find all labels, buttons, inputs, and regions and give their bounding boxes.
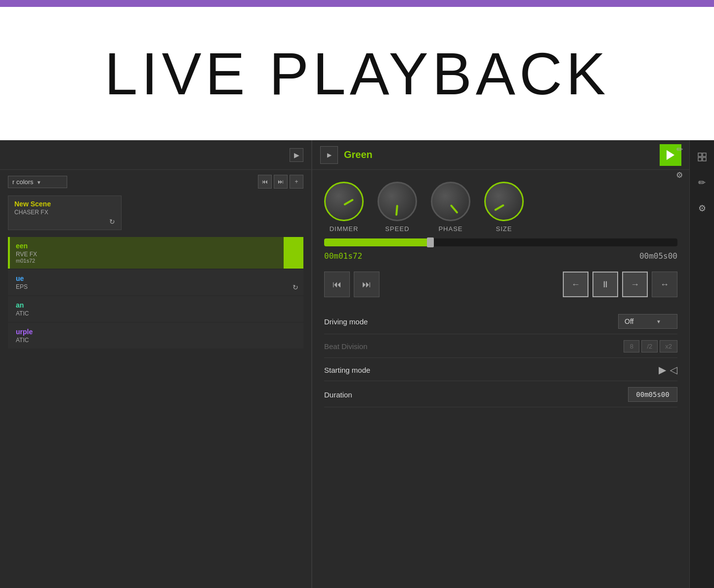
expand-panel-button[interactable]: ▶ xyxy=(290,148,303,162)
item-sub: RVE FX xyxy=(16,251,297,258)
duration-row: Duration 00m05s00 xyxy=(324,382,677,407)
phase-label: PHASE xyxy=(438,225,462,233)
back-icon: ← xyxy=(571,279,580,290)
item-refresh-icon: ↻ xyxy=(293,283,298,291)
start-icon-1[interactable]: ▶ xyxy=(659,364,666,376)
current-time: 00m01s72 xyxy=(324,251,362,261)
forward-icon: → xyxy=(630,279,639,290)
svg-rect-2 xyxy=(698,157,702,161)
edit-icon[interactable]: ✏ xyxy=(671,140,688,158)
speed-knob[interactable] xyxy=(378,182,417,221)
expand-icon: ▶ xyxy=(294,151,299,159)
knobs-row: DIMMER SPEED PHASE SIZE xyxy=(312,170,689,238)
svg-rect-0 xyxy=(698,153,702,157)
panel-expand-button[interactable]: ▶ xyxy=(320,146,338,164)
beat-division-label: Beat Division xyxy=(324,342,624,351)
list-item[interactable]: an ATIC xyxy=(8,296,303,322)
phase-knob[interactable] xyxy=(431,182,470,221)
scene-refresh-area: ↻ xyxy=(14,218,115,226)
total-time: 00m05s00 xyxy=(639,251,677,261)
skip-forward-icon: ⏭ xyxy=(362,279,371,290)
start-icon-2[interactable]: ▷ xyxy=(670,364,677,376)
scene-type: CHASER FX xyxy=(14,209,115,216)
playlist-header: r colors ⏮ ⏭ + xyxy=(8,175,303,189)
back-button[interactable]: ← xyxy=(563,272,588,297)
duration-value[interactable]: 00m05s00 xyxy=(628,387,677,402)
driving-mode-chevron: ▼ xyxy=(656,319,661,324)
dimmer-indicator xyxy=(343,198,354,205)
playlist-dropdown[interactable]: r colors xyxy=(8,176,67,188)
phase-knob-container: PHASE xyxy=(431,182,470,233)
skip-back-icon: ⏮ xyxy=(333,279,341,290)
scene-card[interactable]: New Scene CHASER FX ↻ xyxy=(8,196,122,230)
bounce-button[interactable]: ↔ xyxy=(652,272,677,297)
progress-fill xyxy=(324,238,430,246)
item-name: ue xyxy=(16,274,297,282)
add-icon: + xyxy=(294,178,298,185)
speed-knob-container: SPEED xyxy=(378,182,417,233)
next-icon: ⏭ xyxy=(278,178,284,185)
app-section: ▶ r colors ⏮ ⏭ + xyxy=(0,140,714,588)
panel-title: Green xyxy=(344,149,654,160)
beat-x2[interactable]: x2 xyxy=(660,340,677,353)
item-sub: EPS xyxy=(16,283,297,290)
sidebar-edit-icon[interactable]: ✏ xyxy=(693,174,711,192)
playlist-controls: ⏮ ⏭ + xyxy=(258,175,303,189)
scene-refresh-icon[interactable]: ↻ xyxy=(109,218,115,226)
add-button[interactable]: + xyxy=(290,175,303,189)
svg-rect-3 xyxy=(703,157,706,161)
dimmer-label: DIMMER xyxy=(330,225,359,233)
beat-value[interactable]: 8 xyxy=(624,340,639,353)
left-panel: ▶ r colors ⏮ ⏭ + xyxy=(0,140,311,588)
item-time: m01s72 xyxy=(16,258,297,264)
driving-mode-value: Off xyxy=(625,317,633,325)
time-row: 00m01s72 00m05s00 xyxy=(324,248,677,264)
sidebar-gear-icon[interactable]: ⚙ xyxy=(693,199,711,217)
list-items: een RVE FX m01s72 ↻ ue EPS ↻ an ATIC xyxy=(8,237,303,349)
list-item[interactable]: een RVE FX m01s72 ↻ xyxy=(8,237,303,269)
starting-mode-row: Starting mode ▶ ▷ xyxy=(324,359,677,381)
left-panel-top: ▶ xyxy=(0,140,311,170)
skip-forward-button[interactable]: ⏭ xyxy=(354,272,379,297)
beat-division-row: Beat Division 8 /2 x2 xyxy=(324,335,677,358)
item-sub: ATIC xyxy=(16,337,297,344)
starting-mode-label: Starting mode xyxy=(324,366,659,374)
scene-name: New Scene xyxy=(14,200,115,208)
size-indicator xyxy=(494,204,504,211)
far-right-sidebar: ✏ ⚙ xyxy=(689,140,714,588)
transport-row: ⏮ ⏭ ← ⏸ → ↔ xyxy=(312,268,689,305)
starting-controls: ▶ ▷ xyxy=(659,364,677,376)
progress-thumb[interactable] xyxy=(427,237,434,247)
progress-track[interactable] xyxy=(324,238,677,246)
prev-button[interactable]: ⏮ xyxy=(258,175,272,189)
dimmer-knob[interactable] xyxy=(324,182,364,221)
sidebar-expand-icon[interactable] xyxy=(693,148,711,166)
size-knob-container: SIZE xyxy=(484,182,524,233)
prev-icon: ⏮ xyxy=(262,178,268,185)
list-item[interactable]: ue EPS ↻ xyxy=(8,270,303,295)
next-button[interactable]: ⏭ xyxy=(274,175,288,189)
driving-mode-dropdown[interactable]: Off ▼ xyxy=(618,314,677,329)
mode-section: Driving mode Off ▼ Beat Division 8 /2 x2… xyxy=(312,305,689,411)
list-item[interactable]: urple ATIC xyxy=(8,323,303,349)
right-panel: ▶ Green ✏ ⚙ DIMMER SPEED xyxy=(311,140,689,588)
top-bar xyxy=(0,0,714,7)
page-title: LIVE PLAYBACK xyxy=(104,39,609,108)
chevron-down-icon xyxy=(37,178,42,186)
slider-section: 00m01s72 00m05s00 xyxy=(312,238,689,268)
duration-label: Duration xyxy=(324,391,628,399)
playlist-area: r colors ⏮ ⏭ + New xyxy=(0,170,311,353)
driving-mode-row: Driving mode Off ▼ xyxy=(324,309,677,334)
beat-div2[interactable]: /2 xyxy=(641,340,658,353)
item-sub: ATIC xyxy=(16,310,297,317)
settings-icon[interactable]: ⚙ xyxy=(671,166,688,184)
size-knob[interactable] xyxy=(484,182,524,221)
pause-button[interactable]: ⏸ xyxy=(592,272,618,297)
side-icons: ✏ ⚙ xyxy=(671,140,688,184)
skip-back-button[interactable]: ⏮ xyxy=(324,272,350,297)
panel-expand-icon: ▶ xyxy=(327,152,332,158)
item-name: an xyxy=(16,301,297,309)
forward-button[interactable]: → xyxy=(622,272,648,297)
scene-preview-row: New Scene CHASER FX ↻ xyxy=(8,196,303,230)
active-indicator xyxy=(284,237,303,269)
